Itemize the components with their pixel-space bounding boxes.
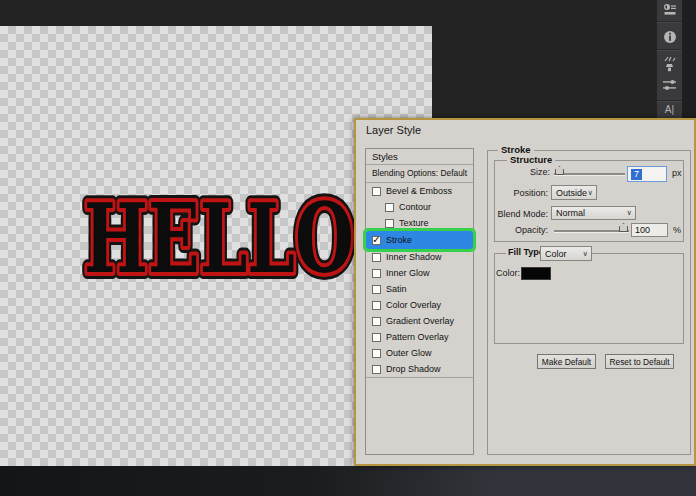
dock-divider (657, 21, 682, 23)
svg-text:HELLO: HELLO (84, 183, 354, 294)
style-item-bevel-emboss[interactable]: Bevel & Emboss (366, 183, 473, 199)
styles-list: Styles Blending Options: Default Bevel &… (365, 148, 474, 455)
styles-header: Styles (366, 149, 473, 165)
opacity-label: Opacity: (488, 225, 548, 235)
style-item-contour[interactable]: Contour (366, 199, 473, 215)
style-item-inner-shadow[interactable]: Inner Shadow (366, 249, 473, 265)
dock-divider (657, 100, 682, 102)
blend-mode-label: Blend Mode: (488, 209, 548, 219)
style-item-drop-shadow[interactable]: Drop Shadow (366, 361, 473, 377)
opacity-slider[interactable] (554, 230, 629, 233)
histogram-icon[interactable] (657, 3, 682, 17)
list-divider (366, 377, 473, 378)
stroke-settings-group: Stroke Structure Size: 7 px Position: Ou… (487, 150, 691, 455)
size-unit: px (672, 168, 682, 178)
dialog-title: Layer Style (366, 124, 421, 136)
checkbox[interactable] (372, 301, 381, 310)
style-item-stroke[interactable]: ✓ Stroke (366, 231, 473, 249)
checkbox[interactable] (372, 333, 381, 342)
style-item-satin[interactable]: Satin (366, 281, 473, 297)
checkbox[interactable] (372, 285, 381, 294)
size-input[interactable]: 7 (627, 166, 667, 182)
blend-mode-dropdown[interactable]: Normal ∨ (551, 206, 636, 220)
reset-to-default-button[interactable]: Reset to Default (605, 354, 674, 369)
style-item-outer-glow[interactable]: Outer Glow (366, 345, 473, 361)
chevron-down-icon: ∨ (588, 188, 594, 197)
brush-icon[interactable] (657, 56, 682, 72)
checkbox[interactable] (372, 187, 381, 196)
style-item-inner-glow[interactable]: Inner Glow (366, 265, 473, 281)
blending-options-item[interactable]: Blending Options: Default (366, 165, 473, 183)
checkbox[interactable] (385, 219, 394, 228)
color-swatch[interactable] (521, 267, 551, 280)
size-slider[interactable] (554, 173, 625, 176)
style-item-gradient-overlay[interactable]: Gradient Overlay (366, 313, 473, 329)
info-icon[interactable] (657, 30, 682, 44)
checkbox[interactable] (372, 317, 381, 326)
checkbox-checked[interactable]: ✓ (372, 236, 381, 245)
photoshop-workspace: A| HELLO HELLO Layer Style Styles Blendi… (0, 0, 696, 496)
chevron-down-icon: ∨ (583, 249, 589, 258)
checkbox[interactable] (372, 349, 381, 358)
checkbox[interactable] (372, 253, 381, 262)
position-dropdown[interactable]: Outside ∨ (551, 185, 597, 200)
make-default-button[interactable]: Make Default (537, 354, 596, 369)
fill-type-dropdown[interactable]: Color ∨ (540, 246, 592, 261)
color-label: Color: (496, 268, 520, 278)
style-item-texture[interactable]: Texture (366, 215, 473, 231)
dock-divider (657, 49, 682, 51)
style-item-pattern-overlay[interactable]: Pattern Overlay (366, 329, 473, 345)
size-label: Size: (488, 167, 550, 177)
sliders-icon[interactable] (657, 78, 682, 93)
layer-style-dialog: Layer Style Styles Blending Options: Def… (354, 118, 696, 466)
character-panel-icon[interactable]: A| (657, 104, 682, 116)
position-label: Position: (488, 188, 548, 198)
checkbox[interactable] (385, 203, 394, 212)
opacity-input[interactable]: 100 (631, 223, 668, 237)
checkbox[interactable] (372, 365, 381, 374)
structure-group-label: Structure (507, 154, 555, 165)
checkbox[interactable] (372, 269, 381, 278)
opacity-unit: % (673, 225, 681, 235)
style-item-color-overlay[interactable]: Color Overlay (366, 297, 473, 313)
workspace-bottom-bar (0, 466, 696, 496)
chevron-down-icon: ∨ (627, 208, 633, 217)
